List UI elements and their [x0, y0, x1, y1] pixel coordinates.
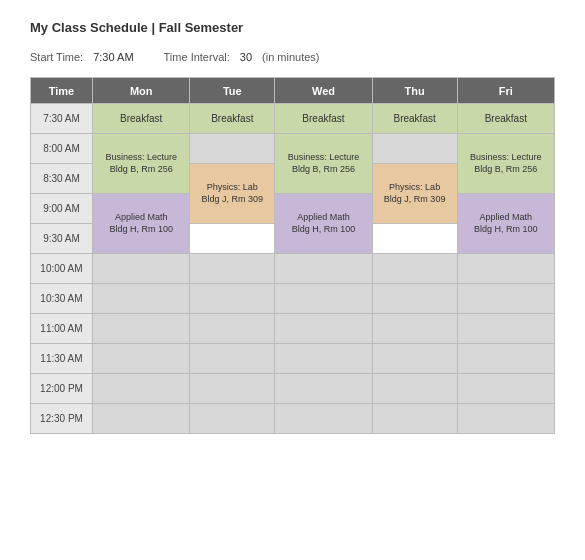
time-cell: 9:00 AM [31, 194, 93, 224]
header-mon: Mon [93, 78, 190, 104]
fri-cell [457, 314, 554, 344]
wed-cell [275, 404, 372, 434]
tue-cell: Breakfast [190, 104, 275, 134]
thu-cell: Breakfast [372, 104, 457, 134]
wed-cell [275, 314, 372, 344]
mon-cell: Business: LectureBldg B, Rm 256 [93, 134, 190, 194]
time-cell: 9:30 AM [31, 224, 93, 254]
schedule-table: Time Mon Tue Wed Thu Fri 7:30 AMBreakfas… [30, 77, 555, 434]
wed-cell [275, 374, 372, 404]
wed-cell: Applied MathBldg H, Rm 100 [275, 194, 372, 254]
mon-cell [93, 404, 190, 434]
fri-cell [457, 284, 554, 314]
tue-cell [190, 344, 275, 374]
time-cell: 8:00 AM [31, 134, 93, 164]
fri-cell: Applied MathBldg H, Rm 100 [457, 194, 554, 254]
tue-cell [190, 314, 275, 344]
wed-cell: Business: LectureBldg B, Rm 256 [275, 134, 372, 194]
thu-cell [372, 374, 457, 404]
time-cell: 11:00 AM [31, 314, 93, 344]
tue-cell: Physics: LabBldg J, Rm 309 [190, 164, 275, 224]
header-time: Time [31, 78, 93, 104]
mon-cell [93, 344, 190, 374]
fri-cell [457, 254, 554, 284]
time-cell: 10:30 AM [31, 284, 93, 314]
tue-cell [190, 284, 275, 314]
start-time-value: 7:30 AM [93, 51, 133, 63]
thu-cell: Physics: LabBldg J, Rm 309 [372, 164, 457, 224]
wed-cell [275, 344, 372, 374]
mon-cell [93, 254, 190, 284]
tue-cell [190, 254, 275, 284]
fri-cell [457, 404, 554, 434]
thu-cell [372, 314, 457, 344]
tue-cell [190, 134, 275, 164]
thu-cell [372, 404, 457, 434]
time-cell: 12:00 PM [31, 374, 93, 404]
mon-cell [93, 284, 190, 314]
start-time-label: Start Time: [30, 51, 83, 63]
fri-cell [457, 344, 554, 374]
time-cell: 11:30 AM [31, 344, 93, 374]
wed-cell: Breakfast [275, 104, 372, 134]
tue-cell [190, 374, 275, 404]
mon-cell: Breakfast [93, 104, 190, 134]
mon-cell: Applied MathBldg H, Rm 100 [93, 194, 190, 254]
time-cell: 8:30 AM [31, 164, 93, 194]
interval-value: 30 [240, 51, 252, 63]
time-cell: 10:00 AM [31, 254, 93, 284]
wed-cell [275, 284, 372, 314]
header-tue: Tue [190, 78, 275, 104]
mon-cell [93, 314, 190, 344]
header-fri: Fri [457, 78, 554, 104]
thu-cell [372, 254, 457, 284]
time-cell: 7:30 AM [31, 104, 93, 134]
time-cell: 12:30 PM [31, 404, 93, 434]
fri-cell: Breakfast [457, 104, 554, 134]
mon-cell [93, 374, 190, 404]
wed-cell [275, 254, 372, 284]
interval-label: Time Interval: [164, 51, 230, 63]
header-wed: Wed [275, 78, 372, 104]
page-title: My Class Schedule | Fall Semester [30, 20, 555, 35]
tue-cell [190, 404, 275, 434]
thu-cell [372, 134, 457, 164]
header-thu: Thu [372, 78, 457, 104]
interval-unit: (in minutes) [262, 51, 319, 63]
thu-cell [372, 284, 457, 314]
fri-cell: Business: LectureBldg B, Rm 256 [457, 134, 554, 194]
fri-cell [457, 374, 554, 404]
thu-cell [372, 344, 457, 374]
